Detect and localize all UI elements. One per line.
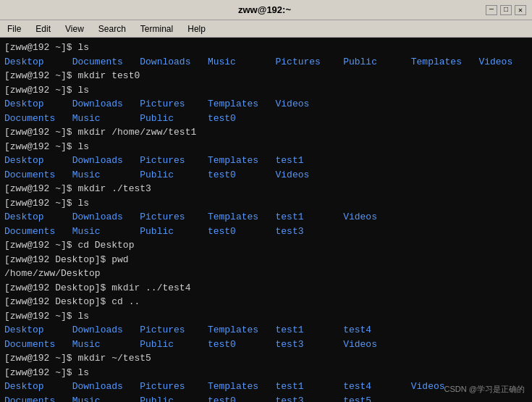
dir-entry: Documents bbox=[4, 113, 72, 124]
dir-entry: Music bbox=[208, 56, 276, 67]
dir-entry: test1 bbox=[276, 212, 344, 222]
window-controls: ─ □ ✕ bbox=[486, 5, 526, 15]
prompt-line: [zww@192 ~]$ ls bbox=[4, 83, 528, 98]
dir-line: Documents Music Public test0 test3 Video… bbox=[4, 338, 528, 352]
dir-entry: test3 bbox=[276, 339, 344, 350]
dir-entry: test4 bbox=[343, 324, 371, 335]
dir-entry: Documents bbox=[4, 339, 72, 350]
dir-line: Desktop Downloads Pictures Templates Vid… bbox=[4, 97, 528, 112]
output-line: /home/zww/Desktop bbox=[4, 267, 528, 281]
dir-entry: test0 bbox=[208, 113, 236, 124]
dir-entry: test0 bbox=[208, 226, 276, 237]
menu-item-file[interactable]: File bbox=[3, 22, 25, 35]
dir-entry: Pictures bbox=[140, 324, 208, 335]
dir-line: Desktop Downloads Pictures Templates tes… bbox=[4, 210, 528, 225]
dir-line: Documents Music Public test0 test3 test5 bbox=[4, 394, 528, 403]
dir-entry: Downloads bbox=[72, 324, 140, 335]
dir-entry: test0 bbox=[208, 169, 276, 180]
dir-entry: Public bbox=[140, 113, 208, 124]
dir-entry: Public bbox=[140, 169, 208, 180]
maximize-button[interactable]: □ bbox=[500, 5, 512, 15]
prompt-line: [zww@192 ~]$ mkdir /home/zww/test1 bbox=[4, 125, 528, 140]
prompt-line: [zww@192 ~]$ ls bbox=[4, 41, 528, 55]
prompt-line: [zww@192 ~]$ mkdir ~/test5 bbox=[4, 351, 528, 366]
dir-entry: Desktop bbox=[4, 212, 72, 222]
dir-entry: Templates bbox=[208, 381, 276, 392]
minimize-button[interactable]: ─ bbox=[486, 5, 497, 15]
dir-entry: Public bbox=[140, 339, 208, 350]
prompt-line: [zww@192 ~]$ cd Desktop bbox=[4, 238, 528, 253]
title-bar: zww@192:~ ─ □ ✕ bbox=[0, 0, 532, 20]
dir-entry: test1 bbox=[276, 324, 344, 335]
dir-entry: Videos bbox=[411, 381, 445, 392]
dir-entry: Pictures bbox=[140, 212, 208, 222]
dir-entry: Documents bbox=[4, 395, 72, 403]
dir-line: Desktop Downloads Pictures Templates tes… bbox=[4, 323, 528, 338]
dir-entry: Templates bbox=[208, 155, 276, 166]
dir-entry: Music bbox=[72, 226, 140, 237]
menu-item-help[interactable]: Help bbox=[183, 22, 210, 35]
dir-entry: test3 bbox=[276, 395, 344, 403]
prompt-line: [zww@192 Desktop]$ cd .. bbox=[4, 295, 528, 309]
watermark: CSDN @学习是正确的 bbox=[444, 384, 525, 395]
prompt-line: [zww@192 ~]$ ls bbox=[4, 309, 528, 324]
dir-entry: Videos bbox=[276, 169, 310, 180]
dir-entry: test5 bbox=[343, 395, 371, 403]
dir-entry: Music bbox=[72, 339, 140, 350]
menu-item-search[interactable]: Search bbox=[94, 22, 130, 35]
dir-entry: test4 bbox=[343, 381, 411, 392]
dir-entry: Videos bbox=[276, 99, 310, 109]
dir-entry: Desktop bbox=[4, 324, 72, 335]
dir-entry: Downloads bbox=[72, 99, 140, 109]
prompt-line: [zww@192 ~]$ ls bbox=[4, 196, 528, 211]
dir-line: Documents Music Public test0 Videos bbox=[4, 168, 528, 183]
dir-entry: Documents bbox=[72, 56, 140, 67]
prompt-line: [zww@192 Desktop]$ mkdir ../test4 bbox=[4, 281, 528, 296]
dir-entry: Public bbox=[343, 56, 411, 67]
dir-entry: Documents bbox=[4, 169, 72, 180]
menu-item-edit[interactable]: Edit bbox=[31, 22, 55, 35]
dir-entry: Videos bbox=[343, 212, 377, 222]
dir-entry: Templates bbox=[411, 56, 479, 67]
dir-entry: Downloads bbox=[72, 381, 140, 392]
dir-entry: Videos bbox=[343, 339, 377, 350]
dir-entry: Pictures bbox=[140, 381, 208, 392]
dir-entry: Music bbox=[72, 169, 140, 180]
dir-entry: test0 bbox=[208, 395, 276, 403]
dir-entry: Music bbox=[72, 113, 140, 124]
dir-entry: Templates bbox=[208, 212, 276, 222]
dir-entry: Pictures bbox=[140, 155, 208, 166]
dir-entry: Music bbox=[72, 395, 140, 403]
prompt-line: [zww@192 ~]$ ls bbox=[4, 366, 528, 380]
dir-entry: Desktop bbox=[4, 155, 72, 166]
dir-entry: test0 bbox=[208, 339, 276, 350]
prompt-line: [zww@192 ~]$ mkdir ./test3 bbox=[4, 182, 528, 196]
dir-line: Documents Music Public test0 bbox=[4, 112, 528, 126]
dir-entry: Templates bbox=[208, 99, 276, 109]
dir-entry: Downloads bbox=[140, 56, 208, 67]
dir-entry: Documents bbox=[4, 226, 72, 237]
close-button[interactable]: ✕ bbox=[515, 5, 526, 15]
dir-entry: Public bbox=[140, 226, 208, 237]
dir-entry: Pictures bbox=[140, 99, 208, 109]
dir-line: Desktop Documents Downloads Music Pictur… bbox=[4, 55, 528, 70]
dir-entry: Desktop bbox=[4, 381, 72, 392]
dir-entry: Desktop bbox=[4, 56, 72, 67]
window-title: zww@192:~ bbox=[43, 4, 486, 15]
dir-entry: test1 bbox=[276, 155, 304, 166]
dir-entry: Downloads bbox=[72, 212, 140, 222]
dir-line: Desktop Downloads Pictures Templates tes… bbox=[4, 154, 528, 168]
dir-entry: test1 bbox=[276, 381, 344, 392]
dir-entry: Downloads bbox=[72, 155, 140, 166]
dir-entry: Templates bbox=[208, 324, 276, 335]
dir-entry: Desktop bbox=[4, 99, 72, 109]
prompt-line: [zww@192 ~]$ ls bbox=[4, 140, 528, 154]
terminal-body[interactable]: [zww@192 ~]$ lsDesktop Documents Downloa… bbox=[0, 38, 532, 402]
menu-item-terminal[interactable]: Terminal bbox=[136, 22, 177, 35]
menu-item-view[interactable]: View bbox=[61, 22, 88, 35]
dir-entry: Public bbox=[140, 395, 208, 403]
menu-bar: FileEditViewSearchTerminalHelp bbox=[0, 20, 532, 38]
dir-entry: Videos bbox=[478, 56, 512, 67]
dir-entry: test3 bbox=[276, 226, 304, 237]
prompt-line: [zww@192 Desktop]$ pwd bbox=[4, 253, 528, 267]
